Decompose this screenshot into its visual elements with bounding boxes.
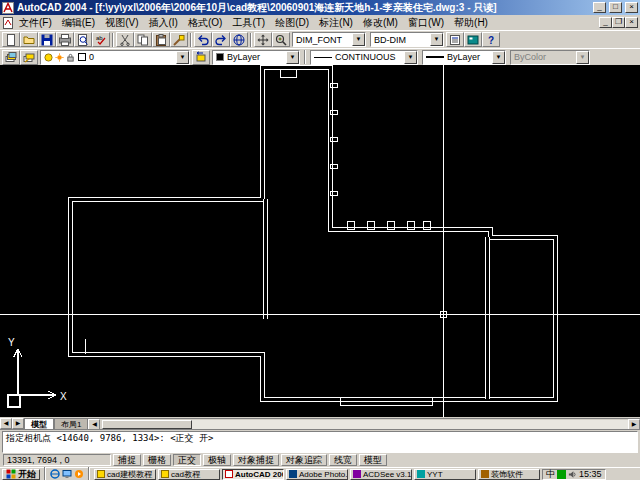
menubar: 文件(F) 编辑(E) 视图(V) 插入(I) 格式(O) 工具(T) 绘图(D…	[0, 15, 640, 30]
paintbrush-icon	[173, 34, 185, 46]
lineweight-combo[interactable]: ByLayer ▼	[422, 50, 506, 65]
ime-indicator[interactable]: 中	[546, 468, 555, 480]
copy-button[interactable]	[134, 32, 152, 47]
floorplan-canvas: Y X	[0, 65, 640, 417]
chevron-down-icon[interactable]: ▼	[176, 51, 189, 64]
task-cad-modeling-tutorial[interactable]: cad建模教程	[94, 469, 156, 480]
plot-style-value: ByColor	[514, 52, 574, 62]
chevron-down-icon[interactable]: ▼	[286, 51, 299, 64]
scroll-left-icon[interactable]: ◀	[88, 419, 100, 430]
menu-view[interactable]: 视图(V)	[100, 15, 143, 30]
chevron-down-icon[interactable]: ▼	[404, 51, 417, 64]
layer-previous-button[interactable]	[192, 50, 210, 65]
copy-icon	[137, 34, 149, 46]
dim-style-combo[interactable]: BD-DIM ▼	[370, 32, 444, 47]
text-style-combo[interactable]: DIM_FONT ▼	[292, 32, 366, 47]
minimize-icon[interactable]: _	[593, 2, 606, 13]
mdi-restore-icon[interactable]: ❐	[612, 17, 625, 28]
osnap-toggle[interactable]: 对象捕捉	[233, 454, 279, 466]
folder-icon	[97, 470, 105, 478]
start-button[interactable]: 开始	[2, 469, 40, 480]
layers-properties-toolbar: 0 ▼ ByLayer ▼ CONTINUOUS ▼ ByLayer ▼ ByC…	[0, 48, 640, 65]
pan-arrows-icon	[257, 34, 269, 46]
menu-help[interactable]: 帮助(H)	[449, 15, 493, 30]
polar-toggle[interactable]: 极轴	[203, 454, 231, 466]
otrack-toggle[interactable]: 对象追踪	[281, 454, 327, 466]
coordinates-readout[interactable]: 13391, 7694 , 0	[3, 454, 111, 466]
open-button[interactable]	[20, 32, 38, 47]
mdi-close-icon[interactable]: ×	[625, 17, 638, 28]
designcenter-button[interactable]	[464, 32, 482, 47]
chevron-down-icon[interactable]: ▼	[430, 33, 443, 46]
plot-button[interactable]	[56, 32, 74, 47]
pan-button[interactable]	[254, 32, 272, 47]
cut-button[interactable]	[116, 32, 134, 47]
scrollbar-track[interactable]	[192, 420, 628, 429]
scroll-right-icon[interactable]: ▶	[628, 419, 640, 430]
plot-preview-button[interactable]	[74, 32, 92, 47]
scrollbar-thumb[interactable]	[102, 420, 192, 429]
menu-file[interactable]: 文件(F)	[14, 15, 57, 30]
drawing-area[interactable]: Y X	[0, 65, 640, 417]
task-label: Adobe Photo...	[299, 470, 348, 479]
help-button[interactable]: ?	[482, 32, 500, 47]
model-space-toggle[interactable]: 模型	[359, 454, 387, 466]
internet-explorer-icon[interactable]	[50, 469, 60, 479]
media-player-icon[interactable]	[74, 469, 84, 479]
mdi-minimize-icon[interactable]: _	[599, 17, 612, 28]
task-yyt[interactable]: YYT	[414, 469, 476, 480]
layer-states-button[interactable]	[20, 50, 38, 65]
undo-button[interactable]	[194, 32, 212, 47]
ortho-toggle[interactable]: 正交	[173, 454, 201, 466]
menu-edit[interactable]: 编辑(E)	[57, 15, 100, 30]
menu-insert[interactable]: 插入(I)	[143, 15, 182, 30]
task-acdsee[interactable]: ACDSee v3.1...	[350, 469, 412, 480]
volume-icon[interactable]	[568, 470, 577, 479]
maximize-icon[interactable]: □	[609, 2, 622, 13]
save-button[interactable]	[38, 32, 56, 47]
lineweight-value: ByLayer	[447, 52, 490, 62]
linetype-combo[interactable]: CONTINUOUS ▼	[310, 50, 418, 65]
hyperlink-button[interactable]	[230, 32, 248, 47]
spelling-button[interactable]: ab	[92, 32, 110, 47]
layer-freeze-sun-icon	[55, 53, 64, 62]
snap-toggle[interactable]: 捕捉	[113, 454, 141, 466]
standard-toolbar: ab DIM_FONT ▼ BD-DIM ▼	[0, 30, 640, 48]
menu-tools[interactable]: 工具(T)	[227, 15, 270, 30]
horizontal-scrollbar[interactable]: ◀ ▶	[88, 418, 640, 429]
windows-taskbar: 开始 cad建模教程 cad教程 AutoCAD 200... Adobe Ph…	[0, 467, 640, 480]
paste-button[interactable]	[152, 32, 170, 47]
task-cad-tutorial[interactable]: cad教程	[158, 469, 220, 480]
properties-button[interactable]	[446, 32, 464, 47]
layer-manager-button[interactable]	[2, 50, 20, 65]
menu-dimension[interactable]: 标注(N)	[314, 15, 358, 30]
task-autocad[interactable]: AutoCAD 200...	[222, 469, 284, 480]
redo-button[interactable]	[212, 32, 230, 47]
zoom-button[interactable]	[272, 32, 290, 47]
tab-scroll-right-icon[interactable]: ▶	[12, 418, 24, 429]
new-button[interactable]	[2, 32, 20, 47]
close-icon[interactable]: ×	[625, 2, 638, 13]
chevron-down-icon[interactable]: ▼	[352, 33, 365, 46]
menu-format[interactable]: 格式(O)	[183, 15, 227, 30]
task-photoshop[interactable]: Adobe Photo...	[286, 469, 348, 480]
tab-model[interactable]: 模型	[24, 418, 54, 429]
menu-modify[interactable]: 修改(M)	[358, 15, 403, 30]
match-properties-button[interactable]	[170, 32, 188, 47]
tab-scroll-left-icon[interactable]: ◀	[0, 418, 12, 429]
command-text-area[interactable]: 指定相机点 <14640, 9786, 1334>: <正交 开>	[2, 431, 638, 453]
titlebar: AutoCAD 2004 - [f:\yy\yxl\2006年\2006年10月…	[0, 0, 640, 15]
layer-combo[interactable]: 0 ▼	[40, 50, 190, 65]
menu-window[interactable]: 窗口(W)	[403, 15, 449, 30]
chevron-down-icon[interactable]: ▼	[492, 51, 505, 64]
color-combo[interactable]: ByLayer ▼	[212, 50, 300, 65]
tray-icon[interactable]	[557, 470, 566, 479]
task-decor-software[interactable]: 装饰软件	[478, 469, 540, 480]
lineweight-toggle[interactable]: 线宽	[329, 454, 357, 466]
show-desktop-icon[interactable]	[62, 469, 72, 479]
clock[interactable]: 15:35	[579, 469, 602, 479]
grid-toggle[interactable]: 栅格	[143, 454, 171, 466]
open-folder-icon	[23, 34, 35, 46]
menu-draw[interactable]: 绘图(D)	[270, 15, 314, 30]
tab-layout1[interactable]: 布局1	[54, 418, 88, 429]
